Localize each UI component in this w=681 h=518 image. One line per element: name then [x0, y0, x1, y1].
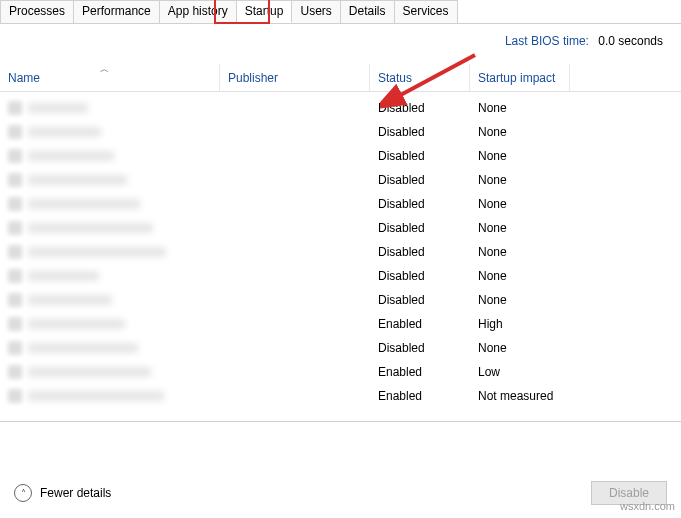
cell-impact: None	[470, 125, 570, 139]
cell-name	[0, 341, 220, 355]
cell-name	[0, 221, 220, 235]
cell-impact: None	[470, 245, 570, 259]
cell-status: Disabled	[370, 173, 470, 187]
cell-name	[0, 293, 220, 307]
cell-name	[0, 101, 220, 115]
table-row[interactable]: DisabledNone	[0, 120, 681, 144]
app-icon	[8, 293, 22, 307]
tab-users[interactable]: Users	[291, 0, 340, 23]
cell-status: Disabled	[370, 269, 470, 283]
cell-impact: None	[470, 293, 570, 307]
cell-status: Enabled	[370, 365, 470, 379]
tab-services[interactable]: Services	[394, 0, 458, 23]
app-name-redacted	[28, 103, 88, 113]
cell-name	[0, 245, 220, 259]
app-icon	[8, 317, 22, 331]
fewer-details-button[interactable]: ˄ Fewer details	[14, 484, 111, 502]
cell-impact: None	[470, 341, 570, 355]
table-row[interactable]: DisabledNone	[0, 336, 681, 360]
table-row[interactable]: DisabledNone	[0, 216, 681, 240]
watermark: wsxdn.com	[620, 500, 675, 512]
cell-status: Disabled	[370, 293, 470, 307]
col-status[interactable]: Status	[370, 64, 470, 91]
tab-details[interactable]: Details	[340, 0, 395, 23]
tab-performance[interactable]: Performance	[73, 0, 160, 23]
cell-impact: None	[470, 173, 570, 187]
app-icon	[8, 389, 22, 403]
app-name-redacted	[28, 391, 164, 401]
column-headers: Name ︿ Publisher Status Startup impact	[0, 64, 681, 92]
cell-name	[0, 389, 220, 403]
cell-impact: Not measured	[470, 389, 570, 403]
col-name-label: Name	[8, 71, 40, 85]
table-row[interactable]: DisabledNone	[0, 192, 681, 216]
cell-status: Disabled	[370, 149, 470, 163]
table-row[interactable]: DisabledNone	[0, 240, 681, 264]
bios-time-row: Last BIOS time: 0.0 seconds	[0, 24, 681, 56]
tab-processes[interactable]: Processes	[0, 0, 74, 23]
app-name-redacted	[28, 343, 138, 353]
cell-impact: None	[470, 197, 570, 211]
table-row[interactable]: DisabledNone	[0, 168, 681, 192]
app-icon	[8, 125, 22, 139]
bios-time-value: 0.0 seconds	[598, 34, 663, 48]
app-name-redacted	[28, 151, 114, 161]
fewer-details-label: Fewer details	[40, 486, 111, 500]
app-icon	[8, 173, 22, 187]
app-icon	[8, 245, 22, 259]
app-name-redacted	[28, 367, 151, 377]
col-impact[interactable]: Startup impact	[470, 64, 570, 91]
cell-status: Disabled	[370, 197, 470, 211]
table-row[interactable]: EnabledNot measured	[0, 384, 681, 408]
app-name-redacted	[28, 295, 112, 305]
app-name-redacted	[28, 271, 99, 281]
table-row[interactable]: EnabledLow	[0, 360, 681, 384]
table-row[interactable]: EnabledHigh	[0, 312, 681, 336]
cell-impact: None	[470, 269, 570, 283]
cell-impact: None	[470, 221, 570, 235]
cell-name	[0, 365, 220, 379]
cell-name	[0, 149, 220, 163]
cell-name	[0, 125, 220, 139]
table-row[interactable]: DisabledNone	[0, 264, 681, 288]
app-icon	[8, 149, 22, 163]
col-name[interactable]: Name ︿	[0, 64, 220, 91]
app-name-redacted	[28, 223, 153, 233]
cell-status: Enabled	[370, 389, 470, 403]
cell-impact: High	[470, 317, 570, 331]
app-name-redacted	[28, 175, 127, 185]
cell-impact: None	[470, 149, 570, 163]
tab-startup[interactable]: Startup	[236, 0, 293, 23]
table-row[interactable]: DisabledNone	[0, 288, 681, 312]
app-name-redacted	[28, 127, 101, 137]
sort-indicator-icon: ︿	[100, 63, 109, 76]
bios-time-label: Last BIOS time:	[505, 34, 589, 48]
app-icon	[8, 365, 22, 379]
tab-strip: Processes Performance App history Startu…	[0, 0, 681, 24]
app-name-redacted	[28, 247, 166, 257]
col-publisher[interactable]: Publisher	[220, 64, 370, 91]
cell-status: Disabled	[370, 125, 470, 139]
tab-app-history[interactable]: App history	[159, 0, 237, 23]
footer: ˄ Fewer details Disable	[0, 468, 681, 518]
chevron-up-icon: ˄	[14, 484, 32, 502]
cell-status: Disabled	[370, 341, 470, 355]
cell-name	[0, 197, 220, 211]
cell-name	[0, 269, 220, 283]
table-row[interactable]: DisabledNone	[0, 144, 681, 168]
cell-status: Disabled	[370, 245, 470, 259]
cell-impact: None	[470, 101, 570, 115]
startup-list[interactable]: DisabledNoneDisabledNoneDisabledNoneDisa…	[0, 92, 681, 422]
cell-status: Enabled	[370, 317, 470, 331]
app-icon	[8, 197, 22, 211]
app-name-redacted	[28, 199, 140, 209]
app-icon	[8, 341, 22, 355]
app-icon	[8, 269, 22, 283]
cell-status: Disabled	[370, 101, 470, 115]
cell-name	[0, 317, 220, 331]
app-name-redacted	[28, 319, 125, 329]
cell-status: Disabled	[370, 221, 470, 235]
app-icon	[8, 101, 22, 115]
app-icon	[8, 221, 22, 235]
table-row[interactable]: DisabledNone	[0, 96, 681, 120]
